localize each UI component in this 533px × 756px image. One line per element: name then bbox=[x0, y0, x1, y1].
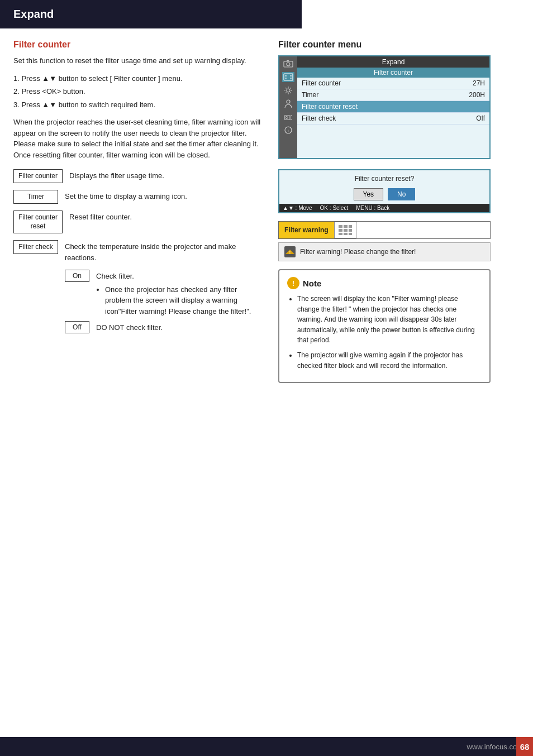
on-content: Check filter. Once the projector has che… bbox=[96, 270, 265, 317]
svg-rect-17 bbox=[339, 225, 342, 228]
sub-items: On Check filter. Once the projector has … bbox=[65, 270, 265, 333]
svg-rect-19 bbox=[349, 225, 352, 228]
dialog-no-button[interactable]: No bbox=[388, 188, 415, 200]
page-header: Expand bbox=[0, 0, 302, 28]
grid-icon bbox=[338, 224, 353, 236]
filter-warning-label: Filter warning bbox=[279, 222, 334, 238]
menu-row-label-2: Filter counter reset bbox=[302, 103, 358, 111]
svg-line-12 bbox=[290, 115, 292, 116]
section-title: Filter counter bbox=[13, 40, 265, 50]
menu-row-filter-check: Filter check Off bbox=[297, 113, 489, 125]
dialog-buttons: Yes No bbox=[279, 186, 489, 204]
footer-move: ▲▼ : Move bbox=[283, 205, 312, 211]
svg-rect-6 bbox=[285, 78, 287, 79]
svg-rect-22 bbox=[349, 229, 352, 232]
func-row-filter-counter-reset: Filter counterreset Reset filter counter… bbox=[13, 210, 265, 234]
note-title: ! Note bbox=[287, 277, 482, 289]
svg-rect-21 bbox=[344, 229, 348, 232]
svg-point-11 bbox=[285, 117, 288, 119]
svg-rect-20 bbox=[339, 229, 342, 232]
menu-sidebar: i bbox=[279, 56, 297, 158]
step-1: 1. Press ▲▼ button to select [ Filter co… bbox=[13, 73, 265, 84]
svg-rect-4 bbox=[285, 75, 287, 76]
filter-warning-message: ! Filter warning! Please change the filt… bbox=[278, 242, 491, 261]
svg-rect-7 bbox=[290, 78, 292, 79]
page-footer: www.infocus.com 68 bbox=[0, 737, 533, 756]
camera-icon bbox=[282, 59, 294, 69]
svg-rect-5 bbox=[290, 75, 292, 76]
warning-cam-icon: ! bbox=[284, 246, 296, 257]
menu-header: Expand bbox=[297, 56, 489, 68]
menu-sub-header: Filter counter bbox=[297, 68, 489, 78]
menu-row-label-1: Timer bbox=[302, 91, 318, 99]
filter-check-box: Filter check bbox=[13, 240, 58, 254]
sub-row-off: Off DO NOT check filter. bbox=[65, 321, 265, 333]
footer-back: MENU : Back bbox=[356, 205, 389, 211]
svg-point-9 bbox=[287, 100, 290, 103]
filter-warning-icon-box bbox=[334, 222, 356, 238]
note-box: ! Note The screen will display the icon … bbox=[278, 269, 491, 383]
menu-row-value-0: 27H bbox=[473, 79, 485, 87]
filter-counter-reset-box: Filter counterreset bbox=[13, 210, 63, 234]
on-bullet-1: Once the projector has checked any filte… bbox=[105, 284, 265, 317]
info-icon: i bbox=[282, 126, 294, 136]
intro-text: Set this function to reset the filter us… bbox=[13, 55, 265, 66]
svg-rect-25 bbox=[349, 233, 352, 235]
footer-accent: 68 bbox=[516, 737, 533, 756]
timer-desc: Set the time to display a warning icon. bbox=[65, 190, 187, 202]
filter-warning-text: Filter warning! Please change the filter… bbox=[300, 248, 416, 256]
timer-box: Timer bbox=[13, 190, 58, 204]
on-desc: Check filter. bbox=[96, 270, 265, 282]
filter-warning-box: Filter warning bbox=[278, 221, 491, 239]
off-box: Off bbox=[65, 321, 89, 333]
menu-title: Filter counter menu bbox=[278, 40, 491, 50]
film-icon bbox=[282, 72, 294, 82]
func-row-filter-counter: Filter counter Displays the filter usage… bbox=[13, 169, 265, 183]
note-bullet-2: The projector will give warning again if… bbox=[297, 350, 482, 371]
dialog-yes-button[interactable]: Yes bbox=[354, 188, 384, 200]
filter-counter-desc: Displays the filter usage time. bbox=[69, 169, 164, 181]
body-text: When the projector reaches the user-set … bbox=[13, 117, 265, 160]
filter-counter-box: Filter counter bbox=[13, 169, 63, 183]
steps-list: 1. Press ▲▼ button to select [ Filter co… bbox=[13, 73, 265, 111]
svg-rect-24 bbox=[344, 233, 348, 235]
filter-check-desc: Check the temperature inside the project… bbox=[65, 240, 265, 263]
menu-row-label-3: Filter check bbox=[302, 114, 336, 122]
filter-counter-menu-box: i Expand Filter counter Filter counter 2… bbox=[278, 55, 491, 159]
svg-rect-23 bbox=[339, 233, 342, 235]
step-3: 3. Press ▲▼ button to switch required it… bbox=[13, 99, 265, 111]
svg-text:i: i bbox=[288, 128, 289, 133]
menu-row-label-0: Filter counter bbox=[302, 79, 341, 87]
svg-point-1 bbox=[287, 63, 290, 66]
header-title: Expand bbox=[13, 8, 54, 20]
reset-dialog: Filter counter reset? Yes No ▲▼ : Move O… bbox=[278, 169, 491, 213]
svg-rect-3 bbox=[284, 74, 293, 80]
func-row-timer: Timer Set the time to display a warning … bbox=[13, 190, 265, 204]
projector-icon bbox=[282, 112, 294, 122]
dialog-question: Filter counter reset? bbox=[279, 170, 489, 186]
note-bullet-list: The screen will display the icon "Filter… bbox=[297, 294, 482, 371]
note-icon: ! bbox=[287, 277, 299, 289]
svg-point-8 bbox=[287, 89, 290, 92]
note-title-text: Note bbox=[303, 279, 321, 288]
svg-text:!: ! bbox=[289, 250, 291, 254]
menu-row-value-3: Off bbox=[476, 114, 485, 122]
menu-content: Expand Filter counter Filter counter 27H… bbox=[297, 56, 489, 158]
sub-row-on: On Check filter. Once the projector has … bbox=[65, 270, 265, 317]
off-desc: DO NOT check filter. bbox=[96, 321, 163, 333]
dialog-footer: ▲▼ : Move OK : Select MENU : Back bbox=[279, 204, 489, 212]
note-bullet-1: The screen will display the icon "Filter… bbox=[297, 294, 482, 346]
svg-rect-18 bbox=[344, 225, 348, 228]
menu-row-filter-counter: Filter counter 27H bbox=[297, 78, 489, 89]
footer-url: www.infocus.com bbox=[467, 743, 523, 751]
filter-counter-reset-desc: Reset filter counter. bbox=[69, 210, 132, 223]
menu-row-value-1: 200H bbox=[469, 91, 485, 99]
menu-row-timer: Timer 200H bbox=[297, 89, 489, 101]
left-column: Filter counter Set this function to rese… bbox=[13, 40, 265, 383]
footer-select: OK : Select bbox=[320, 205, 349, 211]
step-2: 2. Press <OK> button. bbox=[13, 86, 265, 97]
menu-row-reset: Filter counter reset bbox=[297, 101, 489, 113]
on-bullet-list: Once the projector has checked any filte… bbox=[105, 284, 265, 317]
on-box: On bbox=[65, 270, 89, 282]
func-row-filter-check: Filter check Check the temperature insid… bbox=[13, 240, 265, 263]
